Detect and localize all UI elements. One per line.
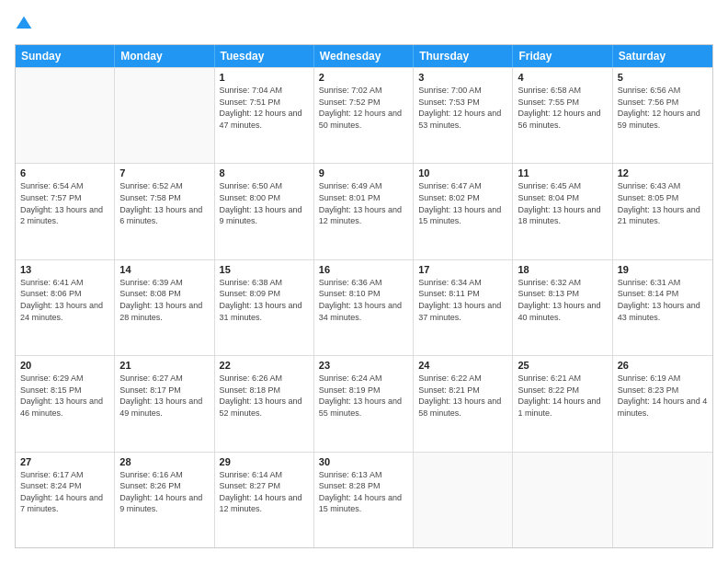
cell-info: Sunrise: 6:50 AM Sunset: 8:00 PM Dayligh… bbox=[220, 180, 309, 226]
day-cell-12: 12Sunrise: 6:43 AM Sunset: 8:05 PM Dayli… bbox=[613, 164, 712, 259]
day-number: 24 bbox=[418, 360, 507, 371]
day-number: 22 bbox=[220, 360, 309, 371]
cell-info: Sunrise: 7:04 AM Sunset: 7:51 PM Dayligh… bbox=[220, 85, 309, 131]
day-number: 29 bbox=[220, 456, 309, 467]
cell-info: Sunrise: 6:31 AM Sunset: 8:14 PM Dayligh… bbox=[618, 277, 708, 323]
cell-info: Sunrise: 7:02 AM Sunset: 7:52 PM Dayligh… bbox=[319, 85, 408, 131]
logo bbox=[15, 15, 35, 33]
cell-info: Sunrise: 6:56 AM Sunset: 7:56 PM Dayligh… bbox=[618, 85, 708, 131]
day-cell-13: 13Sunrise: 6:41 AM Sunset: 8:06 PM Dayli… bbox=[16, 260, 115, 355]
day-cell-5: 5Sunrise: 6:56 AM Sunset: 7:56 PM Daylig… bbox=[613, 68, 712, 163]
cell-info: Sunrise: 6:52 AM Sunset: 7:58 PM Dayligh… bbox=[119, 180, 209, 226]
header-day-sunday: Sunday bbox=[16, 45, 115, 67]
page: SundayMondayTuesdayWednesdayThursdayFrid… bbox=[0, 0, 728, 563]
day-number: 27 bbox=[20, 456, 109, 467]
day-number: 10 bbox=[418, 167, 507, 178]
header-day-wednesday: Wednesday bbox=[314, 45, 414, 67]
day-number: 15 bbox=[220, 264, 309, 275]
cell-info: Sunrise: 6:39 AM Sunset: 8:08 PM Dayligh… bbox=[119, 277, 209, 323]
day-cell-23: 23Sunrise: 6:24 AM Sunset: 8:19 PM Dayli… bbox=[314, 356, 414, 451]
day-number: 11 bbox=[518, 167, 607, 178]
day-number: 28 bbox=[119, 456, 209, 467]
day-number: 26 bbox=[618, 360, 708, 371]
empty-cell bbox=[513, 453, 612, 547]
day-number: 17 bbox=[418, 264, 507, 275]
cell-info: Sunrise: 6:29 AM Sunset: 8:15 PM Dayligh… bbox=[20, 373, 109, 419]
day-number: 2 bbox=[319, 72, 408, 83]
header-day-thursday: Thursday bbox=[414, 45, 513, 67]
cell-info: Sunrise: 6:38 AM Sunset: 8:09 PM Dayligh… bbox=[220, 277, 309, 323]
day-cell-1: 1Sunrise: 7:04 AM Sunset: 7:51 PM Daylig… bbox=[215, 68, 314, 163]
day-cell-17: 17Sunrise: 6:34 AM Sunset: 8:11 PM Dayli… bbox=[414, 260, 513, 355]
cell-info: Sunrise: 6:43 AM Sunset: 8:05 PM Dayligh… bbox=[618, 180, 708, 226]
day-cell-21: 21Sunrise: 6:27 AM Sunset: 8:17 PM Dayli… bbox=[115, 356, 214, 451]
day-number: 3 bbox=[418, 72, 507, 83]
day-cell-28: 28Sunrise: 6:16 AM Sunset: 8:26 PM Dayli… bbox=[115, 453, 214, 547]
cell-info: Sunrise: 6:16 AM Sunset: 8:26 PM Dayligh… bbox=[119, 469, 209, 515]
day-cell-24: 24Sunrise: 6:22 AM Sunset: 8:21 PM Dayli… bbox=[414, 356, 513, 451]
day-cell-27: 27Sunrise: 6:17 AM Sunset: 8:24 PM Dayli… bbox=[16, 453, 115, 547]
header-day-friday: Friday bbox=[513, 45, 612, 67]
cell-info: Sunrise: 6:36 AM Sunset: 8:10 PM Dayligh… bbox=[319, 277, 408, 323]
logo-icon bbox=[15, 15, 33, 33]
day-cell-26: 26Sunrise: 6:19 AM Sunset: 8:23 PM Dayli… bbox=[613, 356, 712, 451]
day-cell-16: 16Sunrise: 6:36 AM Sunset: 8:10 PM Dayli… bbox=[314, 260, 414, 355]
calendar-row-2: 6Sunrise: 6:54 AM Sunset: 7:57 PM Daylig… bbox=[16, 163, 712, 259]
day-number: 21 bbox=[119, 360, 209, 371]
cell-info: Sunrise: 6:13 AM Sunset: 8:28 PM Dayligh… bbox=[319, 469, 408, 515]
day-cell-18: 18Sunrise: 6:32 AM Sunset: 8:13 PM Dayli… bbox=[513, 260, 612, 355]
calendar-body: 1Sunrise: 7:04 AM Sunset: 7:51 PM Daylig… bbox=[16, 67, 712, 547]
day-cell-2: 2Sunrise: 7:02 AM Sunset: 7:52 PM Daylig… bbox=[314, 68, 414, 163]
cell-info: Sunrise: 7:00 AM Sunset: 7:53 PM Dayligh… bbox=[418, 85, 507, 131]
day-cell-14: 14Sunrise: 6:39 AM Sunset: 8:08 PM Dayli… bbox=[115, 260, 214, 355]
day-number: 16 bbox=[319, 264, 408, 275]
day-number: 18 bbox=[518, 264, 607, 275]
day-number: 23 bbox=[319, 360, 408, 371]
cell-info: Sunrise: 6:41 AM Sunset: 8:06 PM Dayligh… bbox=[20, 277, 109, 323]
day-cell-25: 25Sunrise: 6:21 AM Sunset: 8:22 PM Dayli… bbox=[513, 356, 612, 451]
day-number: 12 bbox=[618, 167, 708, 178]
day-number: 5 bbox=[618, 72, 708, 83]
header-day-saturday: Saturday bbox=[613, 45, 712, 67]
calendar-row-3: 13Sunrise: 6:41 AM Sunset: 8:06 PM Dayli… bbox=[16, 259, 712, 355]
empty-cell bbox=[16, 68, 115, 163]
cell-info: Sunrise: 6:17 AM Sunset: 8:24 PM Dayligh… bbox=[20, 469, 109, 515]
header-day-monday: Monday bbox=[115, 45, 214, 67]
day-cell-19: 19Sunrise: 6:31 AM Sunset: 8:14 PM Dayli… bbox=[613, 260, 712, 355]
day-cell-20: 20Sunrise: 6:29 AM Sunset: 8:15 PM Dayli… bbox=[16, 356, 115, 451]
cell-info: Sunrise: 6:54 AM Sunset: 7:57 PM Dayligh… bbox=[20, 180, 109, 226]
day-cell-4: 4Sunrise: 6:58 AM Sunset: 7:55 PM Daylig… bbox=[513, 68, 612, 163]
cell-info: Sunrise: 6:24 AM Sunset: 8:19 PM Dayligh… bbox=[319, 373, 408, 419]
day-cell-15: 15Sunrise: 6:38 AM Sunset: 8:09 PM Dayli… bbox=[215, 260, 314, 355]
day-cell-10: 10Sunrise: 6:47 AM Sunset: 8:02 PM Dayli… bbox=[414, 164, 513, 259]
cell-info: Sunrise: 6:34 AM Sunset: 8:11 PM Dayligh… bbox=[418, 277, 507, 323]
day-number: 6 bbox=[20, 167, 109, 178]
header-day-tuesday: Tuesday bbox=[215, 45, 314, 67]
day-cell-3: 3Sunrise: 7:00 AM Sunset: 7:53 PM Daylig… bbox=[414, 68, 513, 163]
day-number: 9 bbox=[319, 167, 408, 178]
empty-cell bbox=[115, 68, 214, 163]
day-cell-11: 11Sunrise: 6:45 AM Sunset: 8:04 PM Dayli… bbox=[513, 164, 612, 259]
day-cell-6: 6Sunrise: 6:54 AM Sunset: 7:57 PM Daylig… bbox=[16, 164, 115, 259]
day-number: 30 bbox=[319, 456, 408, 467]
svg-marker-0 bbox=[17, 17, 32, 29]
day-number: 13 bbox=[20, 264, 109, 275]
day-number: 20 bbox=[20, 360, 109, 371]
day-number: 14 bbox=[119, 264, 209, 275]
empty-cell bbox=[613, 453, 712, 547]
day-cell-8: 8Sunrise: 6:50 AM Sunset: 8:00 PM Daylig… bbox=[215, 164, 314, 259]
day-cell-30: 30Sunrise: 6:13 AM Sunset: 8:28 PM Dayli… bbox=[314, 453, 414, 547]
cell-info: Sunrise: 6:45 AM Sunset: 8:04 PM Dayligh… bbox=[518, 180, 607, 226]
cell-info: Sunrise: 6:27 AM Sunset: 8:17 PM Dayligh… bbox=[119, 373, 209, 419]
calendar-row-1: 1Sunrise: 7:04 AM Sunset: 7:51 PM Daylig… bbox=[16, 67, 712, 163]
calendar-row-5: 27Sunrise: 6:17 AM Sunset: 8:24 PM Dayli… bbox=[16, 452, 712, 547]
day-number: 7 bbox=[119, 167, 209, 178]
calendar-row-4: 20Sunrise: 6:29 AM Sunset: 8:15 PM Dayli… bbox=[16, 355, 712, 451]
cell-info: Sunrise: 6:32 AM Sunset: 8:13 PM Dayligh… bbox=[518, 277, 607, 323]
cell-info: Sunrise: 6:49 AM Sunset: 8:01 PM Dayligh… bbox=[319, 180, 408, 226]
day-number: 4 bbox=[518, 72, 607, 83]
cell-info: Sunrise: 6:47 AM Sunset: 8:02 PM Dayligh… bbox=[418, 180, 507, 226]
day-number: 25 bbox=[518, 360, 607, 371]
cell-info: Sunrise: 6:26 AM Sunset: 8:18 PM Dayligh… bbox=[220, 373, 309, 419]
cell-info: Sunrise: 6:14 AM Sunset: 8:27 PM Dayligh… bbox=[220, 469, 309, 515]
